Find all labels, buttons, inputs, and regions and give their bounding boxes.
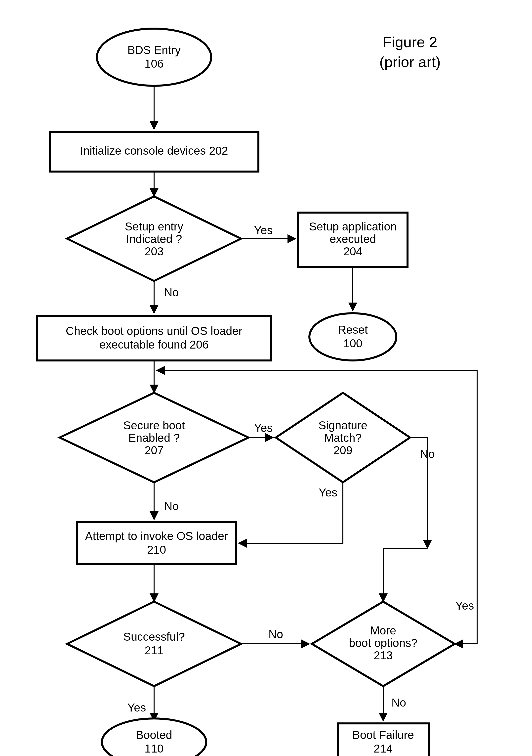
node-210-l1: Attempt to invoke OS loader xyxy=(85,529,228,542)
node-init-console-label: Initialize console devices 202 xyxy=(80,144,228,157)
edge-207-no-label: No xyxy=(164,500,179,513)
node-100-l1: Reset xyxy=(338,323,368,336)
node-209-l1: Signature xyxy=(319,419,367,432)
node-206-l2: executable found 206 xyxy=(99,338,209,351)
node-214-l2: 214 xyxy=(374,742,393,755)
node-213-l3: 213 xyxy=(374,649,393,662)
edge-203-no-label: No xyxy=(164,286,179,299)
node-204-l2: executed xyxy=(330,232,376,245)
node-203-l2: Indicated ? xyxy=(126,232,182,245)
edge-209-no-label: No xyxy=(420,447,435,460)
figure-title-line2: (prior art) xyxy=(380,54,441,70)
node-204-l1: Setup application xyxy=(309,220,397,233)
edge-203-yes-label: Yes xyxy=(254,224,273,237)
edge-213-yes-label: Yes xyxy=(455,599,474,612)
node-207-l2: Enabled ? xyxy=(128,431,180,444)
edge-213-no-label: No xyxy=(392,696,406,709)
node-209-l3: 209 xyxy=(333,444,353,457)
node-bds-entry-label1: BDS Entry xyxy=(127,43,181,56)
node-203-l3: 203 xyxy=(145,245,164,258)
node-bds-entry-label2: 106 xyxy=(145,57,164,70)
node-211-l1: Successful? xyxy=(123,630,185,643)
node-211-l2: 211 xyxy=(145,644,164,657)
edge-211-yes-label: Yes xyxy=(127,701,146,714)
node-204-l3: 204 xyxy=(343,245,362,258)
flowchart-canvas: Figure 2 (prior art) BDS Entry 106 Initi… xyxy=(0,0,532,756)
node-213-l1: More xyxy=(370,624,396,637)
node-207-l1: Secure boot xyxy=(123,419,185,432)
node-214-l1: Boot Failure xyxy=(352,728,414,741)
edge-211-no-label: No xyxy=(269,628,283,641)
figure-title-line1: Figure 2 xyxy=(383,34,437,50)
node-206-l1: Check boot options until OS loader xyxy=(66,324,243,338)
node-210-l2: 210 xyxy=(147,543,166,556)
node-110-l2: 110 xyxy=(145,742,164,755)
node-207-l3: 207 xyxy=(145,444,164,457)
node-110-l1: Booted xyxy=(136,728,172,741)
node-213-l2: boot options? xyxy=(349,636,417,649)
node-209-l2: Match? xyxy=(324,431,362,444)
node-100-l2: 100 xyxy=(343,337,362,350)
node-203-l1: Setup entry xyxy=(125,220,183,233)
edge-207-yes-label: Yes xyxy=(254,421,273,434)
edge-209-yes-label: Yes xyxy=(319,486,337,499)
